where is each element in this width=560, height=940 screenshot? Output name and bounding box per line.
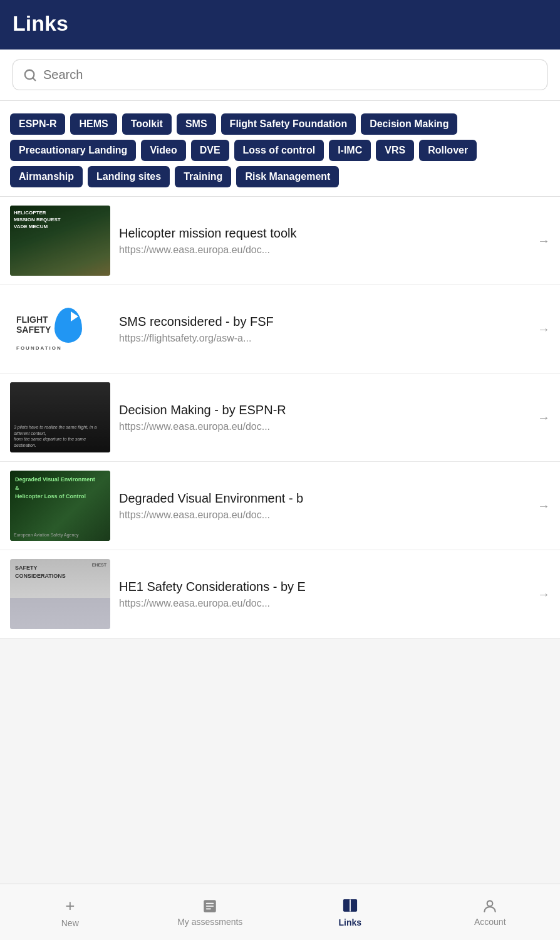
link-thumbnail-5: SAFETYCONSIDERATIONS EHEST — [10, 559, 110, 629]
search-icon — [23, 68, 37, 82]
link-url: https://www.easa.europa.eu/doc... — [119, 598, 529, 609]
nav-label-assessments: My assessments — [177, 917, 242, 927]
link-item[interactable]: SAFETYCONSIDERATIONS EHEST HE1 Safety Co… — [0, 550, 560, 639]
page-header: Links — [0, 0, 560, 50]
tag-decision-making[interactable]: Decision Making — [361, 113, 457, 135]
link-url: https://www.easa.europa.eu/doc... — [119, 509, 529, 521]
link-thumbnail-3: 3 pilots have to realize the same flight… — [10, 382, 110, 452]
svg-line-1 — [33, 78, 35, 80]
tag-i-imc[interactable]: I-IMC — [329, 140, 371, 161]
tag-precautionary-landing[interactable]: Precautionary Landing — [10, 140, 136, 161]
tag-toolkit[interactable]: Toolkit — [122, 113, 172, 135]
nav-item-new[interactable]: + New — [0, 884, 140, 940]
chevron-right-icon: → — [537, 499, 550, 513]
tag-flight-safety-foundation[interactable]: Flight Safety Foundation — [221, 113, 356, 135]
chevron-right-icon: → — [537, 234, 550, 248]
search-bar[interactable] — [13, 60, 547, 90]
bottom-nav: + New My assessments Links Account — [0, 884, 560, 940]
chevron-right-icon: → — [537, 322, 550, 337]
tag-loss-of-control[interactable]: Loss of control — [234, 140, 324, 161]
tag-espn-r[interactable]: ESPN-R — [10, 113, 65, 135]
link-info: HE1 Safety Considerations - by Ehttps://… — [119, 580, 529, 609]
page-title: Links — [13, 11, 68, 35]
link-thumbnail-1: HELICOPTERMISSION REQUESTVADE MECUM — [10, 206, 110, 276]
person-icon — [482, 898, 498, 914]
link-info: Helicopter mission request toolkhttps://… — [119, 226, 529, 256]
tags-wrapper: ESPN-RHEMSToolkitSMSFlight Safety Founda… — [10, 113, 550, 187]
tag-vrs[interactable]: VRS — [376, 140, 414, 161]
nav-item-assessments[interactable]: My assessments — [140, 884, 281, 940]
chevron-right-icon: → — [537, 587, 550, 602]
link-thumbnail-4: Degraded Visual Environment&Helicopter L… — [10, 471, 110, 541]
search-input[interactable] — [43, 68, 537, 82]
nav-label-links: Links — [338, 917, 361, 927]
nav-item-account[interactable]: Account — [420, 884, 561, 940]
tag-risk-management[interactable]: Risk Management — [236, 166, 339, 187]
link-url: https://flightsafety.org/asw-a... — [119, 333, 529, 344]
plus-icon: + — [65, 896, 75, 916]
list-icon — [202, 898, 218, 914]
link-info: Decision Making - by ESPN-Rhttps://www.e… — [119, 403, 529, 432]
svg-point-7 — [487, 901, 493, 906]
book-icon — [341, 897, 359, 915]
link-title: Helicopter mission request toolk — [119, 226, 529, 241]
tag-airmanship[interactable]: Airmanship — [10, 166, 83, 187]
tag-sms[interactable]: SMS — [177, 113, 216, 135]
nav-label-account: Account — [474, 917, 506, 927]
link-info: Degraded Visual Environment - bhttps://w… — [119, 491, 529, 521]
link-item[interactable]: FLIGHTSAFETY FOUNDATION SMS reconsidered… — [0, 285, 560, 373]
link-url: https://www.easa.europa.eu/doc... — [119, 421, 529, 432]
tag-rollover[interactable]: Rollover — [419, 140, 477, 161]
link-url: https://www.easa.europa.eu/doc... — [119, 244, 529, 256]
link-title: Decision Making - by ESPN-R — [119, 403, 529, 417]
tags-section: ESPN-RHEMSToolkitSMSFlight Safety Founda… — [0, 101, 560, 197]
link-item[interactable]: 3 pilots have to realize the same flight… — [0, 373, 560, 462]
link-title: Degraded Visual Environment - b — [119, 491, 529, 506]
nav-label-new: New — [61, 918, 79, 928]
search-container — [0, 50, 560, 101]
link-thumbnail-2: FLIGHTSAFETY FOUNDATION — [10, 294, 110, 364]
link-item[interactable]: Degraded Visual Environment&Helicopter L… — [0, 462, 560, 550]
tag-video[interactable]: Video — [141, 140, 185, 161]
link-title: HE1 Safety Considerations - by E — [119, 580, 529, 594]
tag-landing-sites[interactable]: Landing sites — [88, 166, 170, 187]
tag-hems[interactable]: HEMS — [70, 113, 117, 135]
tag-training[interactable]: Training — [175, 166, 231, 187]
link-info: SMS reconsidered - by FSFhttps://flights… — [119, 315, 529, 344]
chevron-right-icon: → — [537, 410, 550, 425]
link-item[interactable]: HELICOPTERMISSION REQUESTVADE MECUM Heli… — [0, 197, 560, 285]
nav-item-links[interactable]: Links — [280, 884, 420, 940]
links-list: HELICOPTERMISSION REQUESTVADE MECUM Heli… — [0, 197, 560, 639]
tag-dve[interactable]: DVE — [191, 140, 229, 161]
link-title: SMS reconsidered - by FSF — [119, 315, 529, 329]
